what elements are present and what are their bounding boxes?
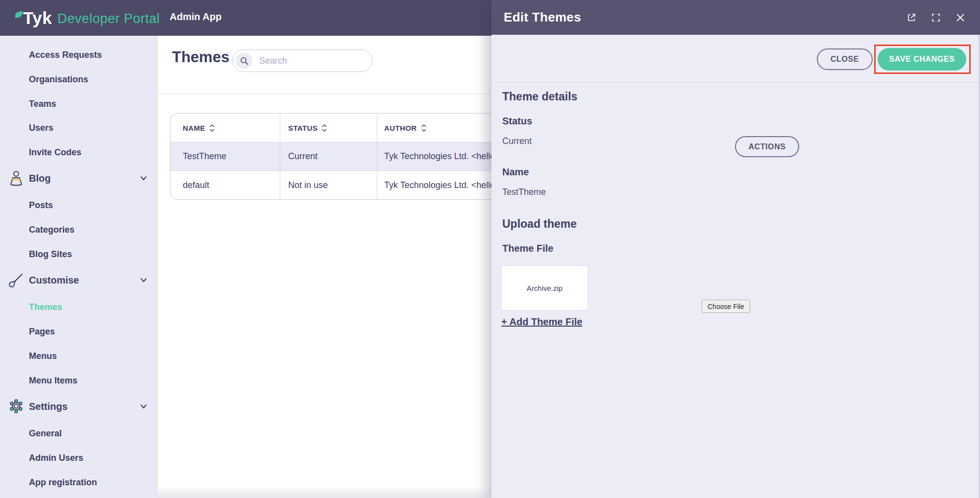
- chevron-down-icon: [140, 174, 147, 182]
- sidebar-group-blog[interactable]: Blog: [0, 173, 158, 187]
- toolbar-divider: [491, 82, 980, 83]
- sidebar-group-settings[interactable]: Settings: [0, 401, 158, 415]
- drawer-header: Edit Themes: [491, 0, 980, 35]
- sidebar: Access Requests Organisations Teams User…: [0, 36, 158, 498]
- search-icon: [236, 52, 252, 69]
- table-row[interactable]: default Not in use Tyk Technologies Ltd.…: [171, 171, 491, 199]
- search-bar[interactable]: [232, 49, 372, 72]
- add-theme-file-link[interactable]: + Add Theme File: [501, 316, 582, 328]
- tyk-leaf-icon: [15, 11, 23, 18]
- blog-icon: [8, 170, 24, 187]
- scroll-shadow: [158, 486, 491, 498]
- sidebar-item-organisations[interactable]: Organisations: [0, 74, 158, 88]
- status-label: Status: [502, 116, 532, 127]
- file-name: Archive.zip: [527, 284, 563, 292]
- sidebar-item-invite-codes[interactable]: Invite Codes: [0, 147, 158, 161]
- sidebar-item-pages[interactable]: Pages: [0, 327, 158, 340]
- sidebar-item-access-requests[interactable]: Access Requests: [0, 50, 158, 64]
- column-header-name[interactable]: NAME: [171, 114, 280, 142]
- sidebar-item-blog-sites[interactable]: Blog Sites: [0, 249, 158, 263]
- name-value: TestTheme: [502, 187, 546, 197]
- customise-icon: [8, 272, 24, 288]
- tyk-logo: Tyk Developer Portal Admin App: [15, 9, 221, 26]
- theme-file-label: Theme File: [502, 243, 553, 254]
- sidebar-item-themes[interactable]: Themes: [0, 302, 158, 316]
- sidebar-group-customise[interactable]: Customise: [0, 275, 158, 288]
- actions-button[interactable]: ACTIONS: [735, 136, 799, 157]
- page-title: Themes: [172, 48, 229, 66]
- column-header-status[interactable]: STATUS: [280, 114, 377, 142]
- sidebar-item-users[interactable]: Users: [0, 123, 158, 137]
- settings-icon: [8, 398, 24, 415]
- sidebar-item-teams[interactable]: Teams: [0, 99, 158, 113]
- sort-icon: [421, 124, 427, 132]
- sidebar-item-posts[interactable]: Posts: [0, 200, 158, 214]
- choose-file-button[interactable]: Choose File: [702, 300, 750, 313]
- expand-icon[interactable]: [931, 13, 941, 23]
- chevron-down-icon: [140, 403, 147, 410]
- sort-icon: [209, 124, 215, 132]
- header-divider: [158, 94, 491, 94]
- close-button[interactable]: CLOSE: [817, 48, 873, 70]
- column-header-author[interactable]: AUTHOR: [377, 114, 491, 142]
- edit-themes-drawer: Edit Themes CLOSE SAVE CHANGES Theme det…: [491, 0, 980, 498]
- search-input[interactable]: [259, 56, 357, 66]
- themes-table: NAME STATUS AUTHOR TestTheme Current Tyk…: [170, 113, 491, 200]
- sidebar-item-menu-items[interactable]: Menu Items: [0, 376, 158, 389]
- main-content: Themes NAME STATUS AUTHOR: [158, 36, 491, 498]
- status-value: Current: [502, 136, 532, 146]
- chevron-down-icon: [140, 276, 147, 284]
- table-header-row: NAME STATUS AUTHOR: [171, 114, 491, 142]
- close-icon[interactable]: [956, 13, 965, 23]
- theme-details-heading: Theme details: [502, 90, 577, 103]
- external-link-icon[interactable]: [906, 13, 916, 23]
- table-row[interactable]: TestTheme Current Tyk Technologies Ltd. …: [171, 142, 491, 171]
- name-label: Name: [502, 166, 529, 178]
- sidebar-item-app-registration[interactable]: App registration: [0, 477, 158, 491]
- product-name: Developer Portal: [57, 12, 160, 25]
- theme-file-card[interactable]: Archive.zip: [501, 265, 588, 310]
- upload-theme-heading: Upload theme: [502, 217, 577, 231]
- sidebar-item-menus[interactable]: Menus: [0, 351, 158, 365]
- drawer-title: Edit Themes: [504, 10, 581, 25]
- app-label: Admin App: [170, 11, 221, 23]
- sidebar-item-categories[interactable]: Categories: [0, 225, 158, 238]
- sidebar-item-admin-users[interactable]: Admin Users: [0, 453, 158, 467]
- sidebar-item-general[interactable]: General: [0, 428, 158, 442]
- save-changes-button[interactable]: SAVE CHANGES: [878, 48, 966, 71]
- sort-icon: [321, 124, 327, 132]
- logo-text: Tyk: [23, 9, 52, 26]
